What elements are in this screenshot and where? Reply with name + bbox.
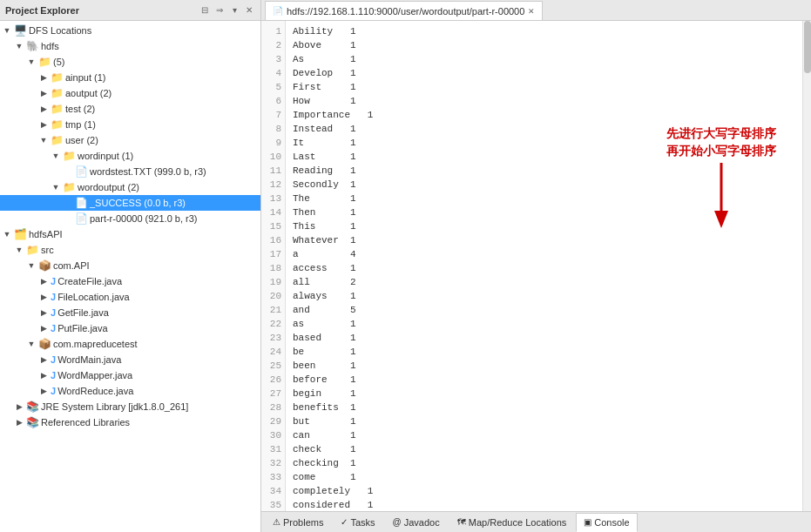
bottom-tab-problems[interactable]: ⚠Problems — [265, 513, 331, 532]
tree-item-jre[interactable]: ▶📚JRE System Library [jdk1.8.0_261] — [0, 399, 260, 414]
tree-icon-project: 🗂️ — [14, 228, 27, 240]
tree-toggle-wordmain[interactable]: ▶ — [38, 354, 49, 365]
editor-tab[interactable]: 📄 hdfs://192.168.1.110:9000/user/wordout… — [265, 1, 543, 20]
line-number: 3 — [265, 52, 281, 66]
tree-icon-folder: 📁 — [63, 181, 76, 193]
line-number: 8 — [265, 122, 281, 136]
code-line: How 1 — [293, 94, 795, 108]
tree-toggle-hdfs[interactable]: ▼ — [14, 41, 24, 51]
tree-toggle-jre[interactable]: ▶ — [14, 401, 24, 412]
tree-item-wordmapper[interactable]: ▶JWordMapper.java — [0, 367, 260, 383]
tree-label-dfs-loc: DFS Locations — [29, 25, 91, 36]
line-number: 35 — [265, 498, 281, 511]
tree-label-wordreduce: WordReduce.java — [57, 386, 133, 396]
tree-item-partr00000[interactable]: 📄part-r-00000 (921.0 b, r3) — [0, 211, 260, 226]
tree-item-hdfs-5[interactable]: ▼📁(5) — [0, 54, 260, 70]
tab-label-console: Console — [594, 517, 629, 528]
tree-toggle-ainput[interactable]: ▶ — [38, 72, 49, 83]
tree-toggle-wordreduce[interactable]: ▶ — [38, 386, 49, 396]
tree-toggle-partr00000[interactable] — [63, 213, 73, 224]
scrollbar-thumb[interactable] — [804, 21, 811, 73]
tree-item-test[interactable]: ▶📁test (2) — [0, 101, 260, 117]
tree-toggle-comapi[interactable]: ▼ — [26, 260, 37, 271]
tree-item-createfile[interactable]: ▶JCreateFile.java — [0, 273, 260, 289]
tree-toggle-wordstxt[interactable] — [63, 166, 73, 177]
tree-item-dfs-loc[interactable]: ▼🖥️DFS Locations — [0, 23, 260, 38]
tree-item-putfile[interactable]: ▶JPutFile.java — [0, 320, 260, 336]
collapse-all-icon[interactable]: ⊟ — [199, 4, 211, 17]
tree-toggle-getfile[interactable]: ▶ — [38, 307, 49, 318]
tree-item-src[interactable]: ▼📁src — [0, 242, 260, 258]
tree-icon-java: J — [51, 276, 56, 286]
tree-toggle-aoutput[interactable]: ▶ — [38, 88, 49, 98]
main-layout: Project Explorer ⊟ ⇒ ▾ ✕ ▼🖥️DFS Location… — [0, 0, 811, 532]
editor-tab-icon: 📄 — [273, 6, 283, 16]
tree-toggle-reflibs[interactable]: ▶ — [14, 417, 24, 428]
tree-item-wordoutput[interactable]: ▼📁wordoutput (2) — [0, 179, 260, 195]
tree-item-getfile[interactable]: ▶JGetFile.java — [0, 305, 260, 320]
tree-toggle-tmp[interactable]: ▶ — [38, 119, 49, 130]
tree-toggle-commapreducetest[interactable]: ▼ — [26, 339, 37, 349]
line-number: 9 — [265, 136, 281, 150]
link-with-editor-icon[interactable]: ⇒ — [213, 4, 226, 17]
bottom-tab-tasks[interactable]: ✓Tasks — [333, 513, 382, 532]
bottom-tab-mapreduce[interactable]: 🗺Map/Reduce Locations — [449, 513, 575, 532]
code-line: considered 1 — [293, 498, 795, 511]
tree-item-wordinput[interactable]: ▼📁wordinput (1) — [0, 148, 260, 164]
tree-toggle-src[interactable]: ▼ — [14, 245, 24, 255]
tree-toggle-filelocation[interactable]: ▶ — [38, 292, 49, 302]
tree-label-wordmain: WordMain.java — [57, 354, 121, 365]
code-line: checking 1 — [293, 456, 795, 470]
tree-label-comapi: com.API — [53, 260, 90, 271]
tree-item-filelocation[interactable]: ▶JFileLocation.java — [0, 289, 260, 305]
tree-toggle-wordinput[interactable]: ▼ — [51, 151, 61, 161]
tree-toggle-wordoutput[interactable]: ▼ — [51, 182, 61, 192]
line-number: 26 — [265, 373, 281, 387]
tree-item-ainput[interactable]: ▶📁ainput (1) — [0, 70, 260, 85]
tree-toggle-hdfsapi[interactable]: ▼ — [2, 229, 12, 239]
tree-item-success[interactable]: 📄_SUCCESS (0.0 b, r3) — [0, 195, 260, 211]
tree-item-user[interactable]: ▼📁user (2) — [0, 132, 260, 148]
tree-item-wordmain[interactable]: ▶JWordMain.java — [0, 352, 260, 367]
panel-menu-icon[interactable]: ▾ — [228, 4, 240, 17]
tree-toggle-success[interactable] — [63, 198, 73, 208]
code-line: but 1 — [293, 414, 795, 428]
tree-toggle-user[interactable]: ▼ — [38, 135, 49, 145]
code-line: be 1 — [293, 345, 795, 359]
tree-toggle-dfs-loc[interactable]: ▼ — [2, 25, 12, 36]
vertical-scrollbar[interactable] — [802, 21, 811, 511]
tree-item-wordreduce[interactable]: ▶JWordReduce.java — [0, 383, 260, 399]
tree-item-hdfs[interactable]: ▼🐘hdfs — [0, 38, 260, 54]
tree-label-filelocation: FileLocation.java — [57, 292, 130, 302]
code-line: As 1 — [293, 52, 795, 66]
tree-icon-file: 📄 — [75, 212, 88, 225]
tree-item-aoutput[interactable]: ▶📁aoutput (2) — [0, 85, 260, 101]
tree-icon-file: 📄 — [75, 165, 88, 178]
project-explorer-title: Project Explorer — [5, 5, 79, 16]
tree-item-commapreducetest[interactable]: ▼📦com.mapreducetest — [0, 336, 260, 352]
tree-item-tmp[interactable]: ▶📁tmp (1) — [0, 117, 260, 132]
line-number: 19 — [265, 275, 281, 289]
tree-toggle-createfile[interactable]: ▶ — [38, 276, 49, 286]
tab-icon-mapreduce: 🗺 — [457, 517, 466, 527]
code-area[interactable]: Ability 1Above 1As 1Develop 1First 1How … — [286, 21, 802, 511]
tree-item-hdfsapi[interactable]: ▼🗂️hdfsAPI — [0, 226, 260, 242]
line-number: 24 — [265, 345, 281, 359]
tree-toggle-test[interactable]: ▶ — [38, 104, 49, 114]
tree-item-wordstxt[interactable]: 📄wordstest.TXT (999.0 b, r3) — [0, 164, 260, 179]
tree-label-src: src — [41, 245, 54, 255]
tree-toggle-putfile[interactable]: ▶ — [38, 323, 49, 333]
tree-icon-file: 📄 — [75, 197, 88, 209]
panel-close-icon[interactable]: ✕ — [243, 4, 255, 17]
code-line: The 1 — [293, 192, 795, 205]
line-number: 27 — [265, 387, 281, 401]
tree-item-reflibs[interactable]: ▶📚Referenced Libraries — [0, 414, 260, 430]
tree-label-hdfs: hdfs — [41, 41, 59, 51]
tree-item-comapi[interactable]: ▼📦com.API — [0, 258, 260, 273]
editor-tab-close-icon[interactable]: ✕ — [528, 7, 535, 16]
bottom-tab-console[interactable]: ▣Console — [576, 513, 637, 532]
tree-label-wordoutput: wordoutput (2) — [78, 182, 139, 192]
bottom-tab-javadoc[interactable]: @Javadoc — [385, 513, 448, 532]
tree-toggle-hdfs-5[interactable]: ▼ — [26, 57, 37, 67]
tree-toggle-wordmapper[interactable]: ▶ — [38, 370, 49, 380]
